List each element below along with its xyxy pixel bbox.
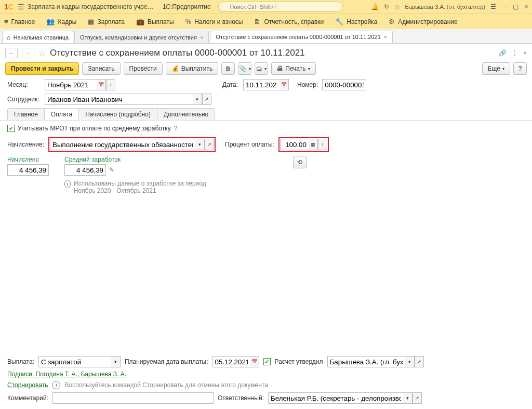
mrot-checkbox[interactable]: ✔ (7, 125, 15, 132)
open-icon[interactable]: ↗ (413, 392, 422, 404)
payout-field[interactable]: ▾ (38, 356, 121, 367)
calculator-icon[interactable]: ▦ (309, 139, 318, 150)
responsible-input[interactable] (268, 392, 403, 404)
maximize-icon[interactable]: ▢ (513, 3, 518, 10)
pct-input[interactable] (280, 139, 309, 150)
menu-icon[interactable]: ☰ (18, 3, 24, 11)
menu-salary[interactable]: ▦Зарплата (88, 18, 125, 25)
employee-input[interactable] (45, 94, 193, 105)
post-close-button[interactable]: Провести и закрыть (5, 62, 79, 75)
chevron-down-icon[interactable]: ▾ (195, 139, 205, 150)
minimize-icon[interactable]: — (501, 3, 508, 10)
help-icon[interactable]: ? (174, 125, 178, 132)
global-search[interactable] (218, 2, 343, 12)
month-label: Месяц: (7, 81, 41, 88)
chevron-down-icon[interactable]: ▾ (111, 356, 121, 367)
tab-document[interactable]: Отсутствие с сохранением оплаты 0000-000… (210, 31, 393, 43)
stepper-icon[interactable]: ↕ (318, 139, 327, 150)
avg-input[interactable] (64, 164, 106, 176)
calendar-icon[interactable]: 📅 (280, 79, 289, 90)
subtab-calc[interactable]: Начислено (подробно) (79, 109, 157, 120)
settings-icon[interactable]: ☰ (490, 3, 496, 10)
menu-tax[interactable]: %Налоги и взносы (185, 18, 243, 25)
menu-adm[interactable]: ⚙Администрирование (389, 18, 457, 25)
chevron-down-icon[interactable]: ▾ (193, 94, 202, 105)
month-field[interactable]: 📅 ↕ (45, 79, 115, 90)
refresh-button[interactable]: ⟲ (293, 156, 307, 168)
payout-button[interactable]: 💰Выплатить (166, 62, 219, 75)
approved-checkbox[interactable]: ✔ (263, 358, 271, 365)
storno-link[interactable]: Сторнировать (7, 381, 48, 389)
user-label[interactable]: Барышева З.А. (гл. бухгалтер) (405, 4, 486, 10)
menu-rep[interactable]: 🗎Отчетность, справки (254, 18, 324, 25)
calendar-icon[interactable]: 📅 (97, 79, 106, 90)
plan-date-input[interactable] (212, 356, 250, 367)
open-icon[interactable]: ↗ (202, 94, 211, 105)
home-icon: ≡ (4, 18, 8, 25)
approver-input[interactable] (327, 356, 405, 367)
more-button[interactable]: Еще▾ (482, 62, 510, 75)
chevron-down-icon[interactable]: ▾ (403, 392, 413, 404)
plan-date-label: Планируемая дата выплаты: (125, 358, 208, 365)
plan-date-field[interactable]: 📅 (212, 356, 259, 367)
comment-input[interactable] (52, 392, 214, 404)
date-input[interactable] (243, 79, 280, 90)
responsible-field[interactable]: ▾ ↗ (268, 392, 422, 404)
accrued-input[interactable] (7, 164, 49, 176)
storno-hint: Воспользуйтесь командой Сторнировать для… (64, 381, 268, 389)
wallet-icon: 💼 (136, 18, 144, 25)
pct-field[interactable]: ▦ ↕ (280, 139, 327, 150)
subtab-main[interactable]: Главное (8, 109, 45, 120)
post-button[interactable]: Провести (124, 62, 163, 75)
basis-button[interactable]: 🗂▾ (255, 62, 268, 75)
tab-close-icon[interactable]: × (384, 34, 387, 40)
close-icon[interactable]: ✕ (524, 3, 529, 10)
app-title: Зарплата и кадры государственного учрежд… (28, 3, 157, 10)
global-search-input[interactable] (218, 2, 343, 12)
more-menu-icon[interactable]: ⋮ (512, 49, 518, 57)
pencil-icon[interactable]: ✎ (109, 166, 114, 174)
calendar-icon[interactable]: 📅 (250, 356, 259, 367)
chevron-down-icon[interactable]: ▾ (405, 356, 415, 367)
stepper-icon[interactable]: ↕ (106, 79, 115, 90)
number-input[interactable] (322, 79, 366, 90)
star-icon[interactable]: ☆ (394, 3, 400, 10)
approver-field[interactable]: ▾ ↗ (327, 356, 424, 367)
help-button[interactable]: ? (513, 62, 527, 75)
menu-set[interactable]: 🔧Настройка (335, 18, 377, 25)
open-icon[interactable]: ↗ (205, 139, 214, 150)
doc-button[interactable]: 🗎 (221, 62, 235, 75)
responsible-label: Ответственный: (218, 394, 264, 402)
menu-main[interactable]: ≡Главное (4, 18, 35, 25)
subtab-ext[interactable]: Дополнительно (157, 109, 215, 120)
payout-input[interactable] (38, 356, 111, 367)
history-icon[interactable]: ↻ (384, 3, 389, 10)
print-button[interactable]: 🖶Печать▾ (271, 62, 315, 75)
menu-hr[interactable]: 👥Кадры (46, 18, 76, 25)
layers-icon: 🗂 (256, 65, 262, 72)
favorite-star-icon[interactable]: ☆ (38, 48, 46, 58)
signatures-link[interactable]: Подписи: Погодина Т. А., Барышева З. А. (7, 371, 126, 378)
nav-back[interactable]: ← (5, 48, 18, 58)
subtab-pay[interactable]: Оплата (45, 109, 79, 120)
close-form-icon[interactable]: × (523, 49, 527, 57)
menu-pay[interactable]: 💼Выплаты (136, 18, 174, 25)
date-field[interactable]: 📅 (243, 79, 289, 90)
employee-field[interactable]: ▾ ↗ (45, 94, 211, 105)
refresh-icon: ⟲ (297, 159, 302, 166)
bell-icon[interactable]: 🔔 (371, 3, 379, 10)
tab-close-icon[interactable]: × (200, 34, 203, 41)
clip-icon: 📎 (239, 65, 247, 72)
nav-fwd[interactable]: → (22, 48, 34, 58)
attach-button[interactable]: 📎▾ (238, 62, 251, 75)
link-icon[interactable]: 🔗 (499, 49, 507, 57)
tab-absences[interactable]: Отпуска, командировки и другие отсутстви… (74, 31, 209, 43)
comment-label: Комментарий: (7, 394, 48, 402)
open-icon[interactable]: ↗ (415, 356, 424, 367)
calc-input[interactable] (50, 139, 195, 150)
calc-field[interactable]: ▾ ↗ (50, 139, 214, 150)
save-button[interactable]: Записать (82, 62, 120, 75)
tab-home[interactable]: ⌂Начальная страница (2, 31, 73, 43)
month-input[interactable] (45, 79, 97, 90)
sub-tabs: Главное Оплата Начислено (подробно) Допо… (7, 108, 215, 121)
